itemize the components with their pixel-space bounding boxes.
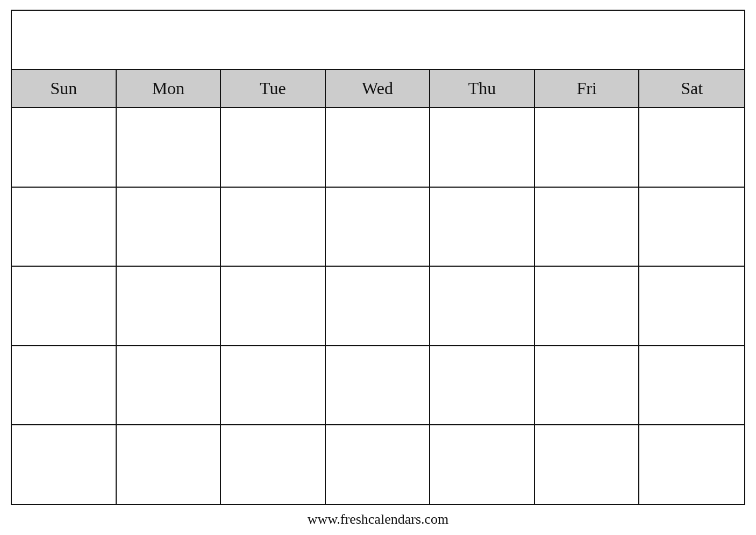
day-cell <box>535 425 640 504</box>
day-cell <box>535 346 640 425</box>
week-row-3 <box>12 267 744 346</box>
day-cell <box>430 267 535 345</box>
calendar: Sun Mon Tue Wed Thu Fri Sat <box>11 10 745 505</box>
day-cell <box>430 425 535 504</box>
day-cell <box>639 425 744 504</box>
day-cell <box>117 346 222 425</box>
week-row-1 <box>12 108 744 188</box>
header-thu: Thu <box>430 70 535 107</box>
calendar-title <box>12 11 744 70</box>
day-cell <box>117 267 222 345</box>
day-cell <box>430 188 535 266</box>
calendar-header: Sun Mon Tue Wed Thu Fri Sat <box>12 70 744 108</box>
day-cell <box>430 346 535 425</box>
day-cell <box>639 188 744 266</box>
week-row-2 <box>12 188 744 267</box>
week-row-5 <box>12 425 744 504</box>
day-cell <box>12 188 117 266</box>
day-cell <box>221 188 326 266</box>
day-cell <box>639 267 744 345</box>
day-cell <box>326 188 431 266</box>
day-cell <box>117 425 222 504</box>
day-cell <box>326 346 431 425</box>
week-row-4 <box>12 346 744 426</box>
day-cell <box>535 267 640 345</box>
header-mon: Mon <box>117 70 222 107</box>
day-cell <box>221 346 326 425</box>
day-cell <box>221 425 326 504</box>
day-cell <box>535 108 640 187</box>
day-cell <box>430 108 535 187</box>
day-cell <box>535 188 640 266</box>
day-cell <box>12 425 117 504</box>
day-cell <box>326 425 431 504</box>
day-cell <box>221 108 326 187</box>
header-sat: Sat <box>639 70 744 107</box>
day-cell <box>117 108 222 187</box>
day-cell <box>12 346 117 425</box>
day-cell <box>12 267 117 345</box>
day-cell <box>117 188 222 266</box>
calendar-footer: www.freshcalendars.com <box>308 505 449 530</box>
calendar-body <box>12 108 744 504</box>
day-cell <box>639 346 744 425</box>
header-tue: Tue <box>221 70 326 107</box>
day-cell <box>326 267 431 345</box>
day-cell <box>221 267 326 345</box>
header-wed: Wed <box>326 70 431 107</box>
day-cell <box>326 108 431 187</box>
header-fri: Fri <box>535 70 640 107</box>
header-sun: Sun <box>12 70 117 107</box>
day-cell <box>639 108 744 187</box>
day-cell <box>12 108 117 187</box>
